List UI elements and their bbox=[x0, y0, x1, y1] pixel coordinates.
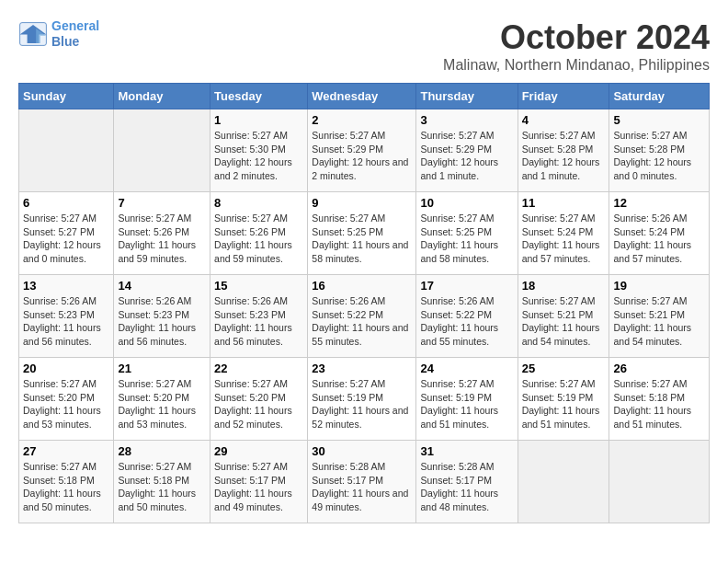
weekday-row: SundayMondayTuesdayWednesdayThursdayFrid… bbox=[19, 84, 710, 109]
logo: General Blue bbox=[18, 18, 99, 50]
calendar-cell: 25Sunrise: 5:27 AMSunset: 5:19 PMDayligh… bbox=[518, 358, 609, 441]
day-info: Sunrise: 5:27 AMSunset: 5:20 PMDaylight:… bbox=[214, 377, 303, 431]
calendar-cell: 8Sunrise: 5:27 AMSunset: 5:26 PMDaylight… bbox=[210, 192, 308, 275]
calendar-cell: 1Sunrise: 5:27 AMSunset: 5:30 PMDaylight… bbox=[210, 109, 308, 192]
day-info: Sunrise: 5:27 AMSunset: 5:19 PMDaylight:… bbox=[522, 377, 606, 431]
day-number: 5 bbox=[613, 113, 705, 127]
day-info: Sunrise: 5:26 AMSunset: 5:24 PMDaylight:… bbox=[613, 212, 705, 266]
day-number: 23 bbox=[312, 362, 412, 375]
weekday-header: Wednesday bbox=[308, 84, 416, 109]
day-number: 27 bbox=[23, 444, 109, 458]
day-info: Sunrise: 5:27 AMSunset: 5:28 PMDaylight:… bbox=[613, 129, 705, 183]
day-info: Sunrise: 5:27 AMSunset: 5:27 PMDaylight:… bbox=[23, 212, 109, 266]
calendar-cell: 24Sunrise: 5:27 AMSunset: 5:19 PMDayligh… bbox=[416, 358, 518, 441]
day-number: 29 bbox=[214, 444, 303, 458]
day-number: 15 bbox=[214, 279, 303, 293]
day-number: 26 bbox=[613, 362, 705, 375]
calendar-cell: 5Sunrise: 5:27 AMSunset: 5:28 PMDaylight… bbox=[609, 109, 710, 192]
day-info: Sunrise: 5:26 AMSunset: 5:23 PMDaylight:… bbox=[23, 294, 109, 349]
day-info: Sunrise: 5:27 AMSunset: 5:21 PMDaylight:… bbox=[522, 294, 606, 349]
day-number: 28 bbox=[118, 444, 206, 458]
calendar-week-row: 20Sunrise: 5:27 AMSunset: 5:20 PMDayligh… bbox=[19, 358, 710, 441]
day-info: Sunrise: 5:27 AMSunset: 5:20 PMDaylight:… bbox=[118, 377, 206, 431]
day-number: 22 bbox=[214, 362, 303, 375]
day-info: Sunrise: 5:27 AMSunset: 5:19 PMDaylight:… bbox=[420, 377, 513, 431]
day-number: 1 bbox=[214, 113, 303, 127]
calendar-cell: 3Sunrise: 5:27 AMSunset: 5:29 PMDaylight… bbox=[416, 109, 518, 192]
calendar-cell: 19Sunrise: 5:27 AMSunset: 5:21 PMDayligh… bbox=[609, 275, 710, 358]
calendar-cell: 31Sunrise: 5:28 AMSunset: 5:17 PMDayligh… bbox=[416, 441, 518, 523]
calendar-cell: 9Sunrise: 5:27 AMSunset: 5:25 PMDaylight… bbox=[308, 192, 416, 275]
day-info: Sunrise: 5:27 AMSunset: 5:29 PMDaylight:… bbox=[420, 129, 513, 183]
calendar-cell: 21Sunrise: 5:27 AMSunset: 5:20 PMDayligh… bbox=[114, 358, 210, 441]
day-number: 13 bbox=[23, 279, 109, 293]
calendar-cell: 28Sunrise: 5:27 AMSunset: 5:18 PMDayligh… bbox=[114, 441, 210, 523]
day-number: 30 bbox=[312, 444, 412, 458]
calendar-table: SundayMondayTuesdayWednesdayThursdayFrid… bbox=[18, 83, 710, 523]
day-number: 9 bbox=[312, 196, 412, 210]
day-info: Sunrise: 5:27 AMSunset: 5:30 PMDaylight:… bbox=[214, 129, 303, 183]
calendar-cell: 30Sunrise: 5:28 AMSunset: 5:17 PMDayligh… bbox=[308, 441, 416, 523]
calendar-body: 1Sunrise: 5:27 AMSunset: 5:30 PMDaylight… bbox=[19, 109, 710, 523]
calendar-cell: 18Sunrise: 5:27 AMSunset: 5:21 PMDayligh… bbox=[518, 275, 609, 358]
calendar-cell: 14Sunrise: 5:26 AMSunset: 5:23 PMDayligh… bbox=[114, 275, 210, 358]
title-area: October 2024 Malinaw, Northern Mindanao,… bbox=[443, 18, 710, 74]
calendar-cell: 11Sunrise: 5:27 AMSunset: 5:24 PMDayligh… bbox=[518, 192, 609, 275]
calendar-cell: 13Sunrise: 5:26 AMSunset: 5:23 PMDayligh… bbox=[19, 275, 114, 358]
weekday-header: Saturday bbox=[609, 84, 710, 109]
calendar-cell: 10Sunrise: 5:27 AMSunset: 5:25 PMDayligh… bbox=[416, 192, 518, 275]
page-header: General Blue October 2024 Malinaw, North… bbox=[18, 18, 710, 74]
day-number: 31 bbox=[420, 444, 513, 458]
weekday-header: Monday bbox=[114, 84, 210, 109]
day-number: 7 bbox=[118, 196, 206, 210]
month-title: October 2024 bbox=[443, 18, 710, 57]
day-number: 12 bbox=[613, 196, 705, 210]
calendar-cell: 27Sunrise: 5:27 AMSunset: 5:18 PMDayligh… bbox=[19, 441, 114, 523]
weekday-header: Sunday bbox=[19, 84, 114, 109]
day-info: Sunrise: 5:26 AMSunset: 5:23 PMDaylight:… bbox=[118, 294, 206, 349]
logo-icon bbox=[18, 21, 48, 47]
calendar-cell: 23Sunrise: 5:27 AMSunset: 5:19 PMDayligh… bbox=[308, 358, 416, 441]
calendar-cell: 15Sunrise: 5:26 AMSunset: 5:23 PMDayligh… bbox=[210, 275, 308, 358]
day-info: Sunrise: 5:28 AMSunset: 5:17 PMDaylight:… bbox=[312, 460, 412, 514]
day-number: 6 bbox=[23, 196, 109, 210]
day-number: 16 bbox=[312, 279, 412, 293]
day-number: 21 bbox=[118, 362, 206, 375]
calendar-cell: 22Sunrise: 5:27 AMSunset: 5:20 PMDayligh… bbox=[210, 358, 308, 441]
calendar-cell: 7Sunrise: 5:27 AMSunset: 5:26 PMDaylight… bbox=[114, 192, 210, 275]
day-info: Sunrise: 5:28 AMSunset: 5:17 PMDaylight:… bbox=[420, 460, 513, 514]
day-number: 4 bbox=[522, 113, 606, 127]
day-info: Sunrise: 5:27 AMSunset: 5:26 PMDaylight:… bbox=[214, 212, 303, 266]
calendar-header: SundayMondayTuesdayWednesdayThursdayFrid… bbox=[19, 84, 710, 109]
calendar-week-row: 13Sunrise: 5:26 AMSunset: 5:23 PMDayligh… bbox=[19, 275, 710, 358]
logo-text: General Blue bbox=[51, 18, 99, 50]
day-info: Sunrise: 5:27 AMSunset: 5:21 PMDaylight:… bbox=[613, 294, 705, 349]
calendar-week-row: 27Sunrise: 5:27 AMSunset: 5:18 PMDayligh… bbox=[19, 441, 710, 523]
day-number: 2 bbox=[312, 113, 412, 127]
day-info: Sunrise: 5:27 AMSunset: 5:29 PMDaylight:… bbox=[312, 129, 412, 183]
day-info: Sunrise: 5:27 AMSunset: 5:17 PMDaylight:… bbox=[214, 460, 303, 514]
calendar-week-row: 6Sunrise: 5:27 AMSunset: 5:27 PMDaylight… bbox=[19, 192, 710, 275]
day-info: Sunrise: 5:27 AMSunset: 5:18 PMDaylight:… bbox=[613, 377, 705, 431]
day-number: 25 bbox=[522, 362, 606, 375]
day-number: 24 bbox=[420, 362, 513, 375]
day-info: Sunrise: 5:27 AMSunset: 5:18 PMDaylight:… bbox=[118, 460, 206, 514]
calendar-cell bbox=[114, 109, 210, 192]
weekday-header: Thursday bbox=[416, 84, 518, 109]
day-info: Sunrise: 5:26 AMSunset: 5:22 PMDaylight:… bbox=[420, 294, 513, 349]
day-number: 11 bbox=[522, 196, 606, 210]
calendar-cell: 2Sunrise: 5:27 AMSunset: 5:29 PMDaylight… bbox=[308, 109, 416, 192]
calendar-cell bbox=[518, 441, 609, 523]
day-info: Sunrise: 5:26 AMSunset: 5:22 PMDaylight:… bbox=[312, 294, 412, 349]
calendar-cell: 4Sunrise: 5:27 AMSunset: 5:28 PMDaylight… bbox=[518, 109, 609, 192]
day-info: Sunrise: 5:27 AMSunset: 5:25 PMDaylight:… bbox=[420, 212, 513, 266]
day-info: Sunrise: 5:27 AMSunset: 5:28 PMDaylight:… bbox=[522, 129, 606, 183]
day-number: 19 bbox=[613, 279, 705, 293]
day-info: Sunrise: 5:26 AMSunset: 5:23 PMDaylight:… bbox=[214, 294, 303, 349]
day-number: 14 bbox=[118, 279, 206, 293]
day-number: 20 bbox=[23, 362, 109, 375]
day-info: Sunrise: 5:27 AMSunset: 5:19 PMDaylight:… bbox=[312, 377, 412, 431]
day-number: 10 bbox=[420, 196, 513, 210]
weekday-header: Tuesday bbox=[210, 84, 308, 109]
weekday-header: Friday bbox=[518, 84, 609, 109]
